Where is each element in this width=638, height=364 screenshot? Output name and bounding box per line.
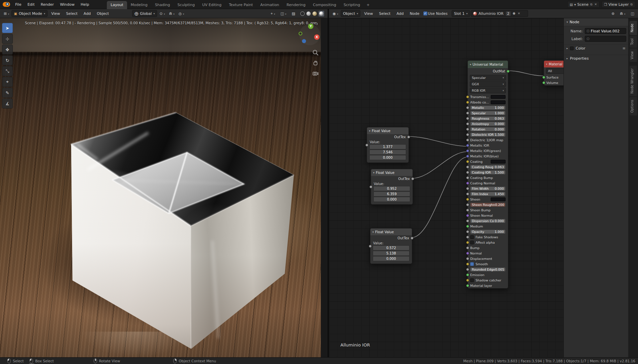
camera-view-icon[interactable] bbox=[312, 70, 319, 77]
menu-render[interactable]: Render bbox=[38, 1, 57, 8]
value-input-socket[interactable] bbox=[369, 245, 372, 248]
value-field[interactable]: 5.138 bbox=[373, 251, 409, 256]
tool-cursor[interactable]: ⊹ bbox=[2, 34, 13, 44]
value-field[interactable]: 6.359 bbox=[373, 191, 410, 196]
color-section[interactable]: ▸ Color ≡ bbox=[564, 44, 628, 52]
material-users-count[interactable]: 2 bbox=[506, 11, 511, 16]
socket-sheen-bump[interactable] bbox=[466, 209, 469, 212]
gizmo-x-axis[interactable]: X bbox=[314, 34, 320, 40]
sidebar-tab-options[interactable]: Options bbox=[630, 97, 637, 116]
slider-dielectric-ior[interactable]: Dielectric IOR1.500 bbox=[470, 132, 506, 137]
slot-dropdown[interactable]: Slot 1 ▾ bbox=[452, 10, 470, 17]
outtex-socket[interactable] bbox=[411, 237, 414, 240]
workspace-tab-compositing[interactable]: Compositing bbox=[309, 1, 340, 9]
add-workspace-button[interactable]: + bbox=[364, 1, 372, 9]
color-swatch-coating[interactable] bbox=[491, 160, 506, 163]
zoom-icon[interactable] bbox=[312, 49, 319, 56]
socket-metallic-ior[interactable] bbox=[466, 144, 469, 147]
shader-menu-select[interactable]: Select bbox=[376, 10, 394, 17]
workspace-tab-shading[interactable]: Shading bbox=[151, 1, 174, 9]
overlays-node-icon[interactable]: ◫ bbox=[629, 11, 636, 17]
color-menu-icon[interactable]: ≡ bbox=[622, 46, 626, 51]
socket-dielectric-1-ior-map[interactable] bbox=[466, 139, 469, 142]
material-name-field[interactable]: Alluminio IOR 2 ⬟ ✕ bbox=[471, 10, 528, 17]
fake-user-shield-icon[interactable]: ⬟ bbox=[512, 12, 516, 15]
shader-menu-add[interactable]: Add bbox=[394, 10, 407, 17]
outtex-socket[interactable] bbox=[407, 135, 410, 139]
slider-film-width[interactable]: Film Width0.000 bbox=[470, 186, 506, 191]
value-input-socket[interactable] bbox=[369, 185, 372, 188]
socket-sheen[interactable] bbox=[466, 198, 469, 201]
workspace-tab-layout[interactable]: Layout bbox=[107, 1, 127, 9]
checkbox-affect-alpha[interactable] bbox=[470, 241, 474, 244]
shading-wireframe-icon[interactable] bbox=[300, 11, 305, 16]
sidebar-tab-tool[interactable]: Tool bbox=[630, 36, 637, 48]
gizmo-z-axis[interactable] bbox=[302, 39, 306, 43]
value-field[interactable]: 0.000 bbox=[373, 256, 409, 261]
shading-material-icon[interactable] bbox=[312, 11, 317, 16]
node-panel-header[interactable]: ▾ Node bbox=[564, 18, 628, 26]
viewport-menu-add[interactable]: Add bbox=[81, 10, 94, 17]
slider-sheen-roughn[interactable]: Sheen Roughn0.200 bbox=[470, 203, 506, 207]
unlink-scene-icon[interactable]: ✕ bbox=[594, 3, 598, 6]
socket-rotation[interactable] bbox=[466, 128, 469, 131]
socket-specular[interactable] bbox=[466, 112, 469, 115]
value-field[interactable]: 0.952 bbox=[373, 186, 410, 191]
node-label-field[interactable]: ⬡ bbox=[585, 36, 626, 42]
socket-opacity[interactable] bbox=[466, 230, 469, 233]
socket-affect-alpha[interactable] bbox=[466, 241, 469, 244]
shader-menu-view[interactable]: View bbox=[361, 10, 376, 17]
pivot-point-icon[interactable]: ⊙ ▾ bbox=[158, 11, 166, 17]
shading-rendered-icon[interactable] bbox=[319, 11, 324, 16]
socket-displacement[interactable] bbox=[466, 257, 469, 260]
sidebar-tab-node[interactable]: Node bbox=[630, 21, 637, 35]
viewport-menu-object[interactable]: Object bbox=[94, 10, 112, 17]
socket-transmiss[interactable] bbox=[466, 95, 469, 98]
workspace-tab-texture-paint[interactable]: Texture Paint bbox=[225, 1, 256, 9]
socket-sheen-normal[interactable] bbox=[466, 214, 469, 217]
slider-roughness[interactable]: Roughness0.063 bbox=[470, 116, 506, 121]
universal-material-node[interactable]: ▾Universal Material OutMat Specular▾GGX▾… bbox=[467, 60, 508, 289]
properties-section[interactable]: ▸ Properties bbox=[564, 55, 628, 62]
checkbox-shadow-catcher[interactable] bbox=[470, 278, 474, 282]
workspace-tab-sculpting[interactable]: Sculpting bbox=[174, 1, 199, 9]
socket-coating-bump[interactable] bbox=[466, 176, 469, 179]
socket-metallic[interactable] bbox=[466, 106, 469, 109]
socket-dielectric-ior[interactable] bbox=[466, 133, 469, 136]
socket-coating-normal[interactable] bbox=[466, 182, 469, 185]
tool-move[interactable]: ✥ bbox=[2, 44, 13, 55]
float-value-node-3[interactable]: ▾Float Value OutTex Value: 0.5725.1380.0… bbox=[370, 228, 412, 264]
slider-film-index[interactable]: Film Index1.450 bbox=[470, 192, 506, 196]
slider-rounded-edge[interactable]: Rounded Edge0.005 bbox=[470, 267, 506, 272]
pan-hand-icon[interactable] bbox=[312, 60, 319, 66]
socket-film-index[interactable] bbox=[466, 192, 469, 195]
socket-film-width[interactable] bbox=[466, 187, 469, 190]
socket-metallic-ior-blue[interactable] bbox=[466, 155, 469, 158]
color-checkbox[interactable] bbox=[570, 47, 574, 50]
viewport-menu-view[interactable]: View bbox=[48, 10, 63, 17]
editor-type-3d-icon[interactable]: ⊞ ▾ bbox=[2, 11, 11, 17]
socket-shadow-catcher[interactable] bbox=[466, 279, 469, 282]
navigation-gizmo[interactable]: X Y bbox=[299, 24, 320, 45]
collapse-icon[interactable]: ▾ bbox=[546, 63, 547, 66]
collapse-icon[interactable]: ▾ bbox=[372, 231, 374, 234]
menu-help[interactable]: Help bbox=[78, 1, 92, 8]
xray-toggle-icon[interactable]: ▨ bbox=[290, 11, 297, 17]
pin-icon[interactable]: ⊛ bbox=[610, 11, 616, 17]
menu-window[interactable]: Window bbox=[57, 1, 78, 8]
color-swatch-transmiss[interactable] bbox=[491, 95, 506, 99]
orientation-dropdown[interactable]: ⨁ Global ▾ bbox=[132, 10, 157, 17]
value-field[interactable]: 7.546 bbox=[369, 150, 406, 155]
tool-tweak-select[interactable]: ➤ bbox=[2, 23, 13, 33]
gizmo-neg-axis[interactable] bbox=[299, 32, 302, 35]
socket-coating-ior[interactable] bbox=[466, 171, 469, 174]
value-field[interactable]: 0.000 bbox=[369, 155, 406, 160]
overlays-toggle-icon[interactable]: ◫ ▾ bbox=[279, 11, 288, 17]
sidebar-tab-node-wrangler[interactable]: Node Wrangler bbox=[630, 66, 637, 96]
socket-surface[interactable] bbox=[542, 76, 545, 79]
snap-node-icon[interactable]: ⋒ ▾ bbox=[618, 11, 627, 17]
scene-selector[interactable]: ▤ ▾ Scene ⧉ ✕ bbox=[567, 1, 600, 8]
socket-dispersion-co[interactable] bbox=[466, 219, 469, 222]
workspace-tab-animation[interactable]: Animation bbox=[256, 1, 283, 9]
value-input-socket[interactable] bbox=[365, 144, 368, 147]
